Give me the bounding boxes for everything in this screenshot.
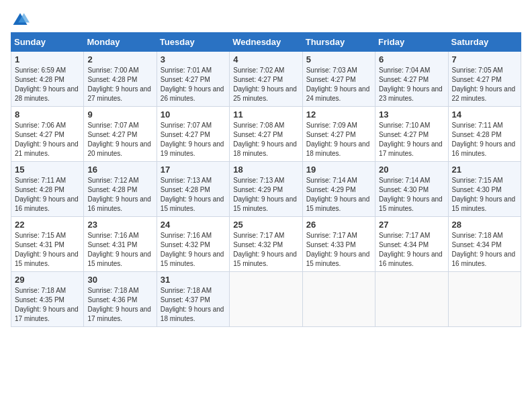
day-info: Sunrise: 7:18 AMSunset: 4:37 PMDaylight:… <box>161 287 224 322</box>
calendar-cell: 12Sunrise: 7:09 AMSunset: 4:27 PMDayligh… <box>302 107 375 162</box>
day-info: Sunrise: 7:18 AMSunset: 4:36 PMDaylight:… <box>87 287 151 322</box>
day-of-week-header: Friday <box>375 33 448 52</box>
calendar-cell: 26Sunrise: 7:17 AMSunset: 4:33 PMDayligh… <box>302 217 375 272</box>
day-number: 25 <box>233 220 298 230</box>
day-info: Sunrise: 7:09 AMSunset: 4:27 PMDaylight:… <box>306 122 370 157</box>
day-info: Sunrise: 7:05 AMSunset: 4:27 PMDaylight:… <box>452 66 516 102</box>
day-info: Sunrise: 7:14 AMSunset: 4:29 PMDaylight:… <box>306 177 370 212</box>
day-number: 16 <box>87 165 152 175</box>
day-info: Sunrise: 7:17 AMSunset: 4:33 PMDaylight:… <box>306 232 370 267</box>
day-number: 8 <box>15 109 80 120</box>
calendar-cell: 5Sunrise: 7:03 AMSunset: 4:27 PMDaylight… <box>302 52 375 107</box>
day-info: Sunrise: 7:11 AMSunset: 4:28 PMDaylight:… <box>15 177 79 212</box>
day-number: 14 <box>452 109 517 120</box>
day-number: 17 <box>161 165 226 175</box>
day-number: 2 <box>87 54 152 64</box>
header <box>11 11 521 30</box>
day-info: Sunrise: 7:16 AMSunset: 4:32 PMDaylight:… <box>161 232 224 267</box>
day-number: 11 <box>233 109 298 120</box>
day-number: 23 <box>87 220 152 230</box>
calendar-cell: 21Sunrise: 7:15 AMSunset: 4:30 PMDayligh… <box>448 162 521 217</box>
day-info: Sunrise: 7:15 AMSunset: 4:30 PMDaylight:… <box>452 177 516 212</box>
calendar-week-row: 8Sunrise: 7:06 AMSunset: 4:27 PMDaylight… <box>11 107 521 162</box>
day-of-week-header: Monday <box>84 33 157 52</box>
day-info: Sunrise: 7:06 AMSunset: 4:27 PMDaylight:… <box>15 122 79 157</box>
day-info: Sunrise: 7:04 AMSunset: 4:27 PMDaylight:… <box>379 66 443 102</box>
calendar-cell: 8Sunrise: 7:06 AMSunset: 4:27 PMDaylight… <box>11 107 84 162</box>
calendar-cell: 3Sunrise: 7:01 AMSunset: 4:27 PMDaylight… <box>157 52 229 107</box>
day-info: Sunrise: 7:18 AMSunset: 4:35 PMDaylight:… <box>15 287 79 322</box>
day-number: 15 <box>15 165 80 175</box>
day-of-week-header: Sunday <box>11 33 84 52</box>
day-info: Sunrise: 7:17 AMSunset: 4:32 PMDaylight:… <box>233 232 297 267</box>
day-number: 27 <box>379 220 444 230</box>
day-number: 4 <box>233 54 298 64</box>
day-of-week-header: Wednesday <box>230 33 302 52</box>
day-number: 21 <box>452 165 517 175</box>
calendar-week-row: 15Sunrise: 7:11 AMSunset: 4:28 PMDayligh… <box>11 162 521 217</box>
calendar-cell <box>230 272 302 327</box>
day-info: Sunrise: 7:03 AMSunset: 4:27 PMDaylight:… <box>306 66 370 102</box>
day-info: Sunrise: 7:17 AMSunset: 4:34 PMDaylight:… <box>379 232 443 267</box>
calendar-cell: 27Sunrise: 7:17 AMSunset: 4:34 PMDayligh… <box>375 217 448 272</box>
day-info: Sunrise: 7:10 AMSunset: 4:27 PMDaylight:… <box>379 122 443 157</box>
calendar-cell: 29Sunrise: 7:18 AMSunset: 4:35 PMDayligh… <box>11 272 84 327</box>
calendar-cell: 16Sunrise: 7:12 AMSunset: 4:28 PMDayligh… <box>84 162 157 217</box>
day-number: 13 <box>379 109 444 120</box>
day-number: 7 <box>452 54 517 64</box>
day-info: Sunrise: 6:59 AMSunset: 4:28 PMDaylight:… <box>15 66 79 102</box>
day-number: 22 <box>15 220 80 230</box>
day-of-week-header: Saturday <box>448 33 521 52</box>
calendar-cell <box>448 272 521 327</box>
logo-icon <box>11 11 30 30</box>
calendar-week-row: 29Sunrise: 7:18 AMSunset: 4:35 PMDayligh… <box>11 272 521 327</box>
calendar-week-row: 22Sunrise: 7:15 AMSunset: 4:31 PMDayligh… <box>11 217 521 272</box>
day-info: Sunrise: 7:13 AMSunset: 4:29 PMDaylight:… <box>233 177 297 212</box>
calendar-cell <box>302 272 375 327</box>
calendar-cell: 1Sunrise: 6:59 AMSunset: 4:28 PMDaylight… <box>11 52 84 107</box>
day-number: 1 <box>15 54 80 64</box>
calendar-cell: 24Sunrise: 7:16 AMSunset: 4:32 PMDayligh… <box>157 217 229 272</box>
calendar-cell: 6Sunrise: 7:04 AMSunset: 4:27 PMDaylight… <box>375 52 448 107</box>
calendar-cell: 30Sunrise: 7:18 AMSunset: 4:36 PMDayligh… <box>84 272 157 327</box>
calendar-cell: 20Sunrise: 7:14 AMSunset: 4:30 PMDayligh… <box>375 162 448 217</box>
calendar-cell: 23Sunrise: 7:16 AMSunset: 4:31 PMDayligh… <box>84 217 157 272</box>
day-number: 6 <box>379 54 444 64</box>
day-info: Sunrise: 7:12 AMSunset: 4:28 PMDaylight:… <box>87 177 151 212</box>
calendar-cell: 25Sunrise: 7:17 AMSunset: 4:32 PMDayligh… <box>230 217 302 272</box>
day-number: 9 <box>87 109 152 120</box>
calendar-cell: 28Sunrise: 7:18 AMSunset: 4:34 PMDayligh… <box>448 217 521 272</box>
day-number: 20 <box>379 165 444 175</box>
day-info: Sunrise: 7:14 AMSunset: 4:30 PMDaylight:… <box>379 177 443 212</box>
day-info: Sunrise: 7:11 AMSunset: 4:28 PMDaylight:… <box>452 122 516 157</box>
day-of-week-header: Thursday <box>302 33 375 52</box>
day-number: 5 <box>306 54 371 64</box>
calendar-cell: 11Sunrise: 7:08 AMSunset: 4:27 PMDayligh… <box>230 107 302 162</box>
day-number: 18 <box>233 165 298 175</box>
day-info: Sunrise: 7:08 AMSunset: 4:27 PMDaylight:… <box>233 122 297 157</box>
day-number: 3 <box>161 54 226 64</box>
day-info: Sunrise: 7:18 AMSunset: 4:34 PMDaylight:… <box>452 232 516 267</box>
day-number: 24 <box>161 220 226 230</box>
calendar-cell: 31Sunrise: 7:18 AMSunset: 4:37 PMDayligh… <box>157 272 229 327</box>
calendar-cell: 22Sunrise: 7:15 AMSunset: 4:31 PMDayligh… <box>11 217 84 272</box>
day-number: 10 <box>161 109 226 120</box>
calendar-cell: 19Sunrise: 7:14 AMSunset: 4:29 PMDayligh… <box>302 162 375 217</box>
calendar-cell: 17Sunrise: 7:13 AMSunset: 4:28 PMDayligh… <box>157 162 229 217</box>
calendar-cell: 9Sunrise: 7:07 AMSunset: 4:27 PMDaylight… <box>84 107 157 162</box>
day-info: Sunrise: 7:07 AMSunset: 4:27 PMDaylight:… <box>161 122 224 157</box>
day-info: Sunrise: 7:16 AMSunset: 4:31 PMDaylight:… <box>87 232 151 267</box>
calendar-cell: 4Sunrise: 7:02 AMSunset: 4:27 PMDaylight… <box>230 52 302 107</box>
calendar-cell: 2Sunrise: 7:00 AMSunset: 4:28 PMDaylight… <box>84 52 157 107</box>
calendar-week-row: 1Sunrise: 6:59 AMSunset: 4:28 PMDaylight… <box>11 52 521 107</box>
day-number: 19 <box>306 165 371 175</box>
calendar-cell: 13Sunrise: 7:10 AMSunset: 4:27 PMDayligh… <box>375 107 448 162</box>
day-number: 26 <box>306 220 371 230</box>
calendar-cell <box>375 272 448 327</box>
calendar-table: SundayMondayTuesdayWednesdayThursdayFrid… <box>11 32 521 327</box>
day-number: 12 <box>306 109 371 120</box>
calendar-body: 1Sunrise: 6:59 AMSunset: 4:28 PMDaylight… <box>11 52 521 327</box>
day-info: Sunrise: 7:15 AMSunset: 4:31 PMDaylight:… <box>15 232 79 267</box>
day-number: 31 <box>161 275 226 285</box>
day-info: Sunrise: 7:01 AMSunset: 4:27 PMDaylight:… <box>161 66 224 102</box>
